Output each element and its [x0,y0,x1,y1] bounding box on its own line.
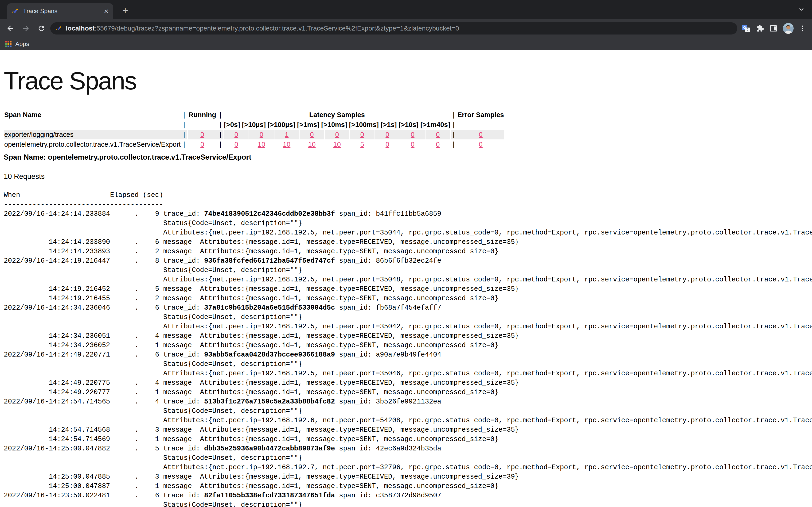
latency-sample-cell: 0 [425,140,450,149]
extensions-puzzle-icon[interactable] [756,24,764,33]
back-button[interactable] [4,22,17,35]
trace-id-value: dbb35e25936a90b4472cabb89073af9e [204,445,335,453]
selected-span-heading: Span Name: opentelemetry.proto.collector… [4,153,812,162]
column-divider: | [181,110,187,120]
latency-sample-cell: 0 [350,130,374,139]
latency-sample-cell: 10 [300,140,324,149]
latency-sample-link[interactable]: 10 [258,140,265,148]
url-path: :55679/debug/tracez?zspanname=openteleme… [95,25,459,32]
latency-sample-link[interactable]: 0 [360,131,364,138]
latency-sample-link[interactable]: 0 [411,140,414,148]
latency-sample-cell: 0 [300,130,324,139]
opentelemetry-favicon-icon [56,25,62,32]
latency-bucket-headers: [>0s] [>10µs] [>100µs] [>1ms] [>10ms] [>… [224,120,450,129]
span-name-header: Span Name [4,110,181,120]
latency-sample-link[interactable]: 0 [235,131,238,138]
latency-sample-link[interactable]: 10 [308,140,315,148]
tab-strip: Trace Spans × + [0,0,812,19]
kebab-menu-icon[interactable] [799,24,806,33]
page-title: Trace Spans [4,67,812,95]
span-row: opentelemetry.proto.collector.trace.v1.T… [4,140,504,149]
latency-sample-cell: 0 [375,130,400,139]
latency-sample-cell: 0 [400,140,425,149]
column-divider: | [217,110,223,120]
browser-tab[interactable]: Trace Spans × [7,3,113,19]
latency-sample-link[interactable]: 0 [411,131,414,138]
opentelemetry-favicon-icon [12,7,19,15]
latency-sample-link[interactable]: 0 [436,131,440,138]
latency-sample-cell: 0 [400,130,425,139]
latency-sample-link[interactable]: 0 [335,131,339,138]
side-panel-icon[interactable] [769,24,778,33]
latency-sample-cell: 0 [425,130,450,139]
trace-id-value: 93abb5afcaa0428d37bccee9366188a9 [204,351,335,359]
span-name: exporter/logging/traces [4,130,181,139]
spacer-cell [4,120,181,129]
error-samples-link[interactable]: 0 [479,131,483,138]
error-samples-link[interactable]: 0 [479,140,483,148]
running-count-cell: 0 [188,140,217,149]
latency-samples-header: Latency Samples [224,110,450,120]
error-samples-header: Error Samples [457,110,504,120]
column-divider: | [217,130,223,139]
latency-sample-link[interactable]: 10 [333,140,341,148]
apps-grid-icon[interactable] [5,41,11,47]
browser-toolbar: localhost:55679/debug/tracez?zspanname=o… [0,19,812,38]
latency-sample-link[interactable]: 0 [260,131,263,138]
latency-sample-link[interactable]: 0 [235,140,238,148]
trace-id-value: 936fa38fcfed661712ba547f5ed747cf [204,257,335,265]
error-samples-cell: 0 [457,130,504,139]
column-divider: | [181,140,187,149]
reload-button[interactable] [35,22,48,35]
latency-sample-link[interactable]: 0 [386,131,389,138]
latency-sample-cell: 0 [224,140,249,149]
latency-sample-link[interactable]: 5 [360,140,364,148]
latency-sample-cell: 0 [224,130,249,139]
request-log: When Elapsed (sec) ---------------------… [4,190,812,507]
chevron-down-icon[interactable] [798,6,805,14]
running-header: Running [188,110,217,120]
bookmarks-bar: Apps [0,38,812,50]
column-divider: | [451,110,457,120]
column-divider: | [181,130,187,139]
trace-id-value: 513b3f1c276a7159c5a2a33b88b4fc82 [204,398,335,406]
column-divider: | [217,120,223,129]
translate-icon[interactable]: G 文 [742,24,751,33]
running-count-cell: 0 [188,130,217,139]
column-divider: | [217,140,223,149]
latency-sample-cell: 0 [249,130,274,139]
trace-id-value: 74be418390512c42346cddb02e38bb3f [204,210,335,218]
latency-sample-cell: 0 [375,140,400,149]
column-divider: | [181,120,187,129]
profile-avatar[interactable] [783,23,794,34]
latency-sample-cell: 5 [350,140,374,149]
spacer-cell [457,120,504,129]
column-divider: | [451,130,457,139]
tracez-page: Trace Spans Span Name|Running|Latency Sa… [0,67,812,507]
column-divider: | [451,140,457,149]
new-tab-button[interactable]: + [119,5,131,17]
latency-sample-link[interactable]: 0 [436,140,440,148]
forward-button[interactable] [19,22,33,35]
latency-sample-link[interactable]: 0 [310,131,314,138]
span-name: opentelemetry.proto.collector.trace.v1.T… [4,140,181,149]
running-count-link[interactable]: 0 [200,131,204,138]
tab-close-icon[interactable]: × [104,7,109,15]
latency-sample-link[interactable]: 0 [386,140,389,148]
span-row: exporter/logging/traces|0|001000000|0 [4,130,504,139]
running-count-link[interactable]: 0 [200,140,204,148]
url-host: localhost [66,25,95,32]
latency-sample-cell: 10 [274,140,299,149]
svg-text:文: 文 [746,28,749,32]
latency-sample-link[interactable]: 10 [283,140,290,148]
latency-sample-link[interactable]: 1 [285,131,289,138]
latency-sample-cell: 10 [325,140,349,149]
latency-sample-cell: 1 [274,130,299,139]
tab-title: Trace Spans [23,7,100,15]
apps-bookmark[interactable]: Apps [15,40,29,48]
latency-sample-cell: 0 [325,130,349,139]
error-samples-cell: 0 [457,140,504,149]
url-bar[interactable]: localhost:55679/debug/tracez?zspanname=o… [50,22,737,35]
requests-count: 10 Requests [4,172,812,181]
column-divider: | [451,120,457,129]
